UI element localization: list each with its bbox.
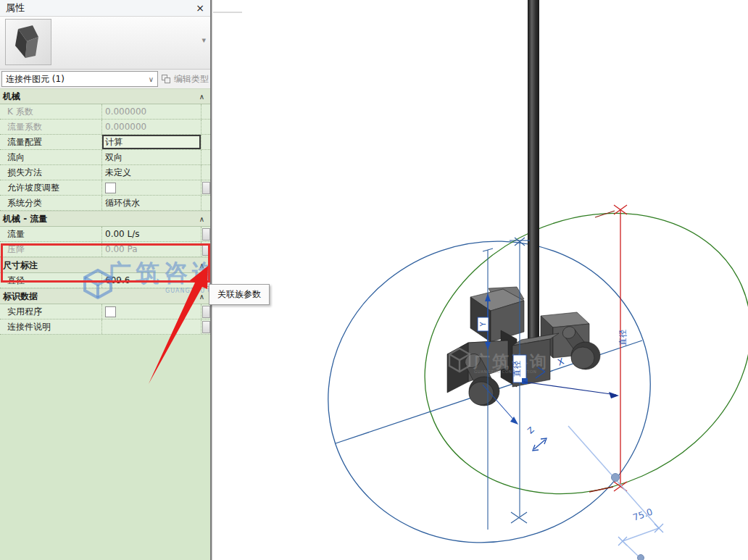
property-row-flow-configuration[interactable]: 流量配置 计算: [0, 135, 210, 150]
section-header-dimensions[interactable]: 尺寸标注 ∧: [0, 257, 210, 273]
edit-type-icon: [161, 74, 171, 84]
property-label: 压降: [0, 242, 101, 256]
edit-type-label: 编辑类型: [174, 73, 209, 85]
section-header-mechanical[interactable]: 机械 ∧: [0, 88, 210, 104]
button-column: [201, 196, 210, 210]
button-column: [201, 304, 210, 319]
associate-parameter-button[interactable]: [202, 321, 210, 333]
property-label: 实用程序: [0, 304, 101, 319]
property-value: [101, 180, 201, 195]
property-label: K 系数: [0, 104, 101, 119]
property-value[interactable]: 609.6: [101, 273, 201, 288]
valve-model[interactable]: [447, 287, 600, 406]
button-column: [201, 150, 210, 164]
valve-stem[interactable]: [528, 0, 539, 356]
close-icon[interactable]: ×: [196, 3, 204, 13]
button-column: [201, 319, 210, 334]
drawing-area-3d-view[interactable]: 广筑咨询 GUANGZHU CONSULTATION Y: [212, 0, 748, 560]
property-value: 0.000000: [101, 104, 201, 119]
x-axis-label: X: [557, 356, 566, 368]
drag-dot[interactable]: [638, 555, 644, 560]
property-label: 允许坡度调整: [0, 180, 101, 195]
property-row-pressure-drop[interactable]: 压降 0.00 Pa: [0, 242, 210, 257]
dimension-value-label[interactable]: 75.0: [631, 506, 654, 523]
bidirectional-flow-icon: [533, 438, 547, 451]
property-value[interactable]: 0.00 L/s: [101, 227, 201, 241]
valve-preview-image: [6, 20, 49, 63]
property-row-diameter[interactable]: 直径 609.6: [0, 273, 210, 288]
collapse-chevron-icon[interactable]: ∧: [199, 215, 204, 223]
button-column: [201, 180, 210, 195]
panel-empty-area: [0, 335, 210, 560]
drag-dot[interactable]: [612, 474, 620, 482]
property-row-system-classification[interactable]: 系统分类 循环供水: [0, 196, 210, 211]
property-label: 系统分类: [0, 196, 101, 210]
edit-type-button[interactable]: 编辑类型: [161, 71, 209, 87]
section-label: 机械: [3, 91, 20, 103]
diameter-label: 直径: [512, 361, 522, 377]
associate-parameter-button[interactable]: [202, 306, 210, 318]
button-column: [201, 120, 210, 134]
button-column: [201, 135, 210, 149]
right-diameter-label: 直径: [618, 330, 628, 346]
y-axis-label: Y: [479, 322, 487, 327]
button-column: [201, 165, 210, 180]
property-value: 0.00 Pa: [101, 242, 201, 256]
property-row-allow-slope-adjust[interactable]: 允许坡度调整: [0, 180, 210, 196]
property-value: [101, 304, 201, 319]
section-label: 机械 - 流量: [3, 213, 47, 225]
collapse-chevron-icon[interactable]: ∧: [199, 293, 204, 301]
type-selector-dropdown[interactable]: 连接件图元 (1) ∨: [1, 71, 158, 87]
preview-dropdown-icon[interactable]: ▾: [201, 35, 206, 45]
collapse-chevron-icon[interactable]: ∧: [199, 93, 204, 101]
property-row-k-factor[interactable]: K 系数 0.000000: [0, 104, 210, 120]
associate-parameter-button[interactable]: [202, 243, 210, 256]
section-header-identity-data[interactable]: 标识数据 ∧: [0, 288, 210, 304]
property-row-flow[interactable]: 流量 0.00 L/s: [0, 227, 210, 242]
panel-title: 属性: [6, 1, 25, 14]
property-label: 损失方法: [0, 165, 101, 180]
property-label: 流向: [0, 150, 101, 164]
property-row-connector-description[interactable]: 连接件说明: [0, 319, 210, 335]
collapse-chevron-icon[interactable]: ∧: [199, 262, 204, 269]
chevron-down-icon: ∨: [149, 75, 154, 83]
property-label: 直径: [0, 273, 101, 288]
property-row-loss-method[interactable]: 损失方法 未定义: [0, 165, 210, 180]
associate-parameter-button[interactable]: [202, 228, 210, 241]
revit-window: 属性 × ▾ 连接件图元 (1) ∨: [0, 0, 748, 560]
type-selector-value: 连接件图元 (1): [6, 73, 65, 85]
property-label: 流量系数: [0, 120, 101, 134]
tooltip-text: 关联族参数: [217, 289, 261, 299]
z-axis-label: Z: [525, 425, 536, 435]
property-value-selected[interactable]: 计算: [101, 135, 201, 149]
property-value[interactable]: 未定义: [101, 165, 201, 180]
property-label: 连接件说明: [0, 319, 101, 334]
connector-origin-handle[interactable]: [522, 378, 528, 384]
property-row-flow-direction[interactable]: 流向 双向: [0, 150, 210, 165]
property-value[interactable]: 双向: [101, 150, 201, 164]
section-label: 标识数据: [3, 291, 38, 303]
type-preview-area: ▾: [0, 17, 210, 70]
property-label: 流量配置: [0, 135, 101, 149]
associate-parameter-button[interactable]: [202, 182, 210, 194]
type-preview-thumbnail: [5, 19, 51, 65]
section-header-mechanical-flow[interactable]: 机械 - 流量 ∧: [0, 211, 210, 227]
checkbox[interactable]: [105, 306, 116, 317]
section-label: 尺寸标注: [3, 259, 38, 272]
button-column: [201, 227, 210, 241]
dimension-75: 75.0: [568, 426, 663, 560]
property-value[interactable]: [101, 319, 201, 334]
property-label: 流量: [0, 227, 101, 241]
property-row-flow-coefficient[interactable]: 流量系数 0.000000: [0, 120, 210, 135]
type-selector-row: 连接件图元 (1) ∨ 编辑类型: [0, 70, 210, 88]
properties-panel: 属性 × ▾ 连接件图元 (1) ∨: [0, 0, 212, 560]
property-row-utility[interactable]: 实用程序: [0, 304, 210, 319]
tooltip: 关联族参数: [209, 284, 270, 305]
button-column: [201, 242, 210, 256]
connector-direction-arrow: [523, 382, 619, 398]
panel-title-bar[interactable]: 属性 ×: [0, 0, 210, 17]
center-diameter-annotation: 直径: [512, 355, 528, 384]
checkbox[interactable]: [105, 183, 116, 193]
watermark-subtext: GUANGZHU CONSULTATION: [474, 369, 536, 374]
3d-view-canvas: 广筑咨询 GUANGZHU CONSULTATION Y: [212, 0, 748, 560]
